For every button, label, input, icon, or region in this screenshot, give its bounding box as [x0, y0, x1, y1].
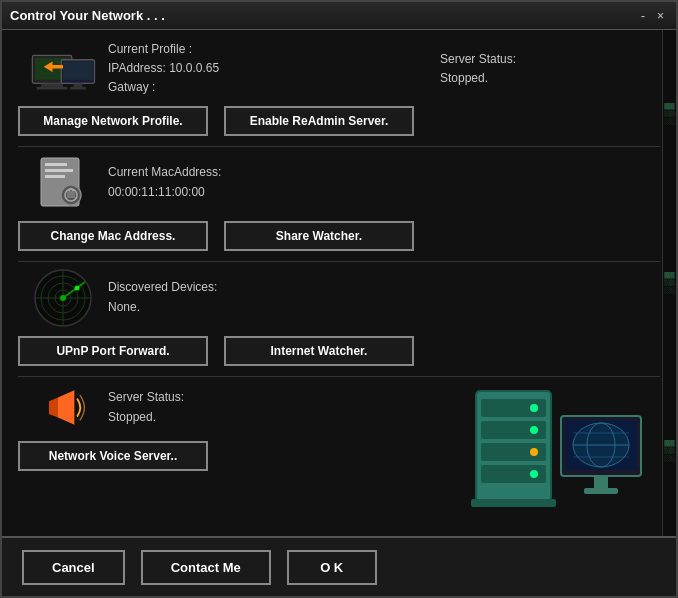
manage-network-button[interactable]: Manage Network Profile.	[18, 106, 208, 136]
network-profile-row: Current Profile : IPAddress: 10.0.0.65 G…	[18, 40, 660, 98]
speaker-icon	[38, 383, 88, 433]
upnp-button[interactable]: UPnP Port Forward.	[18, 336, 208, 366]
deco-text-3: ▓▒░	[665, 440, 675, 462]
main-window: Control Your Network . . . - ×	[0, 0, 678, 598]
server-status-label: Server Status:	[440, 50, 660, 69]
svg-point-24	[60, 295, 66, 301]
close-button[interactable]: ×	[653, 9, 668, 23]
svg-rect-7	[74, 84, 83, 88]
title-bar: Control Your Network . . . - ×	[2, 2, 676, 30]
svg-point-23	[75, 285, 80, 290]
mac-value: 00:00:11:11:00:00	[108, 183, 660, 202]
cancel-button[interactable]: Cancel	[22, 550, 125, 585]
footer: Cancel Contact Me O K	[2, 536, 676, 596]
voice-server-button[interactable]: Network Voice Server..	[18, 441, 208, 471]
mac-address-row: Current MacAddress: 00:00:11:11:00:00	[18, 153, 660, 213]
upnp-info: Discovered Devices: None.	[108, 278, 660, 316]
svg-marker-26	[49, 397, 58, 417]
change-mac-button[interactable]: Change Mac Address.	[18, 221, 208, 251]
speaker-icon-area	[18, 383, 108, 433]
profile-label: Current Profile :	[108, 40, 440, 59]
mac-label: Current MacAddress:	[108, 163, 660, 182]
svg-point-33	[530, 426, 538, 434]
divider-1	[18, 146, 660, 147]
svg-rect-8	[70, 87, 86, 90]
title-controls: - ×	[637, 9, 668, 23]
enable-readmin-button[interactable]: Enable ReAdmin Server.	[224, 106, 414, 136]
ip-label: IPAddress: 10.0.0.65	[108, 59, 440, 78]
mac-info: Current MacAddress: 00:00:11:11:00:00	[108, 163, 660, 201]
server-image-area	[456, 371, 656, 531]
ok-button[interactable]: O K	[287, 550, 377, 585]
svg-rect-5	[63, 62, 93, 80]
svg-rect-2	[37, 87, 68, 90]
discovered-label: Discovered Devices:	[108, 278, 660, 297]
svg-point-35	[530, 470, 538, 478]
svg-rect-1	[41, 84, 63, 88]
internet-watcher-button[interactable]: Internet Watcher.	[224, 336, 414, 366]
svg-rect-11	[45, 169, 73, 172]
btn-row-2: Change Mac Address. Share Watcher.	[18, 221, 660, 251]
svg-rect-44	[594, 476, 608, 488]
server-illustration	[456, 371, 656, 531]
none-label: None.	[108, 298, 660, 317]
btn-row-3: UPnP Port Forward. Internet Watcher.	[18, 336, 660, 366]
mac-address-icon	[33, 153, 93, 213]
upnp-row: Discovered Devices: None.	[18, 268, 660, 328]
network-profile-info: Current Profile : IPAddress: 10.0.0.65 G…	[108, 40, 440, 98]
divider-2	[18, 261, 660, 262]
share-watcher-button[interactable]: Share Watcher.	[224, 221, 414, 251]
gateway-label: Gatway :	[108, 78, 440, 97]
svg-rect-12	[45, 175, 65, 178]
svg-point-32	[530, 404, 538, 412]
svg-rect-10	[45, 163, 67, 166]
server-stopped-label: Stopped.	[440, 69, 660, 88]
deco-text-1: ▓▒░	[665, 103, 675, 125]
radar-icon	[33, 268, 93, 328]
contact-me-button[interactable]: Contact Me	[141, 550, 271, 585]
radar-icon-area	[18, 268, 108, 328]
network-computer-icon	[28, 41, 98, 96]
side-decoration: ▓▒░ ▓▒░ ▓▒░	[662, 30, 676, 536]
svg-point-34	[530, 448, 538, 456]
window-title: Control Your Network . . .	[10, 8, 165, 23]
network-icon-area	[18, 41, 108, 96]
svg-rect-45	[584, 488, 618, 494]
svg-rect-36	[471, 499, 556, 507]
server-status-right: Server Status: Stopped.	[440, 50, 660, 88]
minimize-button[interactable]: -	[637, 9, 649, 23]
svg-rect-15	[67, 191, 75, 198]
deco-text-2: ▓▒░	[665, 272, 675, 294]
btn-row-1: Manage Network Profile. Enable ReAdmin S…	[18, 106, 660, 136]
mac-icon-area	[18, 153, 108, 213]
